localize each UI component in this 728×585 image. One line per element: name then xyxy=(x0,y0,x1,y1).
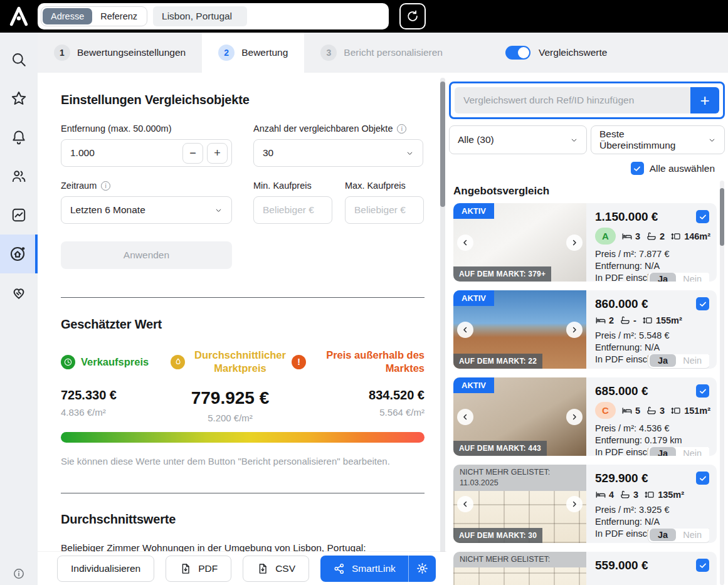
distance-decrease-button[interactable]: − xyxy=(182,143,203,164)
sort-select[interactable]: Beste Übereinstimmung xyxy=(591,125,725,154)
carousel-prev-button[interactable] xyxy=(457,409,473,425)
sale-price-label: Verkaufspreis xyxy=(81,356,149,369)
mode-referenz-button[interactable]: Referenz xyxy=(92,8,145,24)
period-info-icon[interactable]: i xyxy=(101,181,110,191)
sidebar-item-notifications[interactable] xyxy=(0,118,38,157)
include-checkbox[interactable] xyxy=(696,559,709,572)
tab-bewertung[interactable]: 2 Bewertung xyxy=(202,33,304,73)
tab-bewertungseinstellungen[interactable]: 1 Bewertungseinstellungen xyxy=(38,33,202,73)
count-select[interactable]: 30 xyxy=(253,139,423,167)
include-pdf-switch: Ja Nein xyxy=(648,529,709,543)
carousel-prev-button[interactable] xyxy=(457,235,473,251)
sidebar-item-search[interactable] xyxy=(0,40,38,79)
distance-stepper: − + xyxy=(61,139,232,167)
tab-label: Bericht personalisieren xyxy=(344,47,443,58)
nein-option[interactable]: Nein xyxy=(676,273,709,282)
period-select[interactable]: Letzten 6 Monate xyxy=(61,196,232,224)
include-checkbox[interactable] xyxy=(696,472,709,485)
scrollbar-thumb[interactable] xyxy=(440,82,445,207)
include-checkbox[interactable] xyxy=(696,384,709,398)
bed-icon xyxy=(621,405,633,416)
section-divider xyxy=(61,493,425,493)
distance-increase-button[interactable]: + xyxy=(207,143,228,164)
chart-icon xyxy=(11,207,27,223)
distance: Entfernung: N/A xyxy=(595,342,709,352)
mode-adresse-button[interactable]: Adresse xyxy=(43,8,92,24)
days-on-market-badge: AUF DEM MARKT: 379+ xyxy=(453,266,551,282)
app-logo-icon[interactable] xyxy=(0,6,38,27)
status-badge: AKTIV xyxy=(453,203,494,219)
carousel-next-button[interactable] xyxy=(566,235,583,251)
market-price-label: Durchschnittlicher Marktpreis xyxy=(191,349,290,374)
comparable-card: AKTIV AUF DEM MARKT: 379+ 1.150.000 € xyxy=(453,203,717,282)
refresh-button[interactable] xyxy=(399,3,426,29)
add-ref-id-input[interactable] xyxy=(455,87,690,113)
bath-icon xyxy=(646,231,657,242)
csv-export-button[interactable]: CSV xyxy=(243,556,309,582)
min-price-input[interactable] xyxy=(253,196,332,224)
sidebar-item-contacts[interactable] xyxy=(0,157,38,196)
distance: Entfernung: N/A xyxy=(595,517,709,527)
listing-price: 860.000 € xyxy=(595,297,648,311)
info-icon[interactable] xyxy=(0,567,38,580)
carousel-prev-button[interactable] xyxy=(457,322,473,338)
carousel-next-button[interactable] xyxy=(566,496,583,512)
panel-scrollbar-thumb[interactable] xyxy=(720,188,724,246)
toggle-label: Vergleichswerte xyxy=(539,47,607,58)
pdf-export-button[interactable]: PDF xyxy=(166,556,231,582)
distance-input[interactable] xyxy=(70,147,179,159)
panel-scrollbar[interactable] xyxy=(720,181,724,585)
search-icon xyxy=(11,51,27,68)
carousel-prev-button[interactable] xyxy=(457,496,473,512)
filter-select[interactable]: Alle (30) xyxy=(449,125,587,154)
sidebar-item-partners[interactable] xyxy=(0,273,38,312)
smartlink-button[interactable]: SmartLink xyxy=(320,556,436,582)
include-checkbox[interactable] xyxy=(696,297,709,310)
status-badge: AKTIV xyxy=(453,290,494,306)
listing-price: 685.000 € xyxy=(595,384,648,398)
nein-option[interactable]: Nein xyxy=(676,354,709,367)
apply-button[interactable]: Anwenden xyxy=(61,241,232,269)
count-info-icon[interactable]: i xyxy=(397,124,406,134)
ja-option[interactable]: Ja xyxy=(650,354,676,367)
individualize-button[interactable]: Individualisieren xyxy=(57,556,154,582)
nein-option[interactable]: Nein xyxy=(676,447,709,456)
listing-price: 1.150.000 € xyxy=(595,210,658,224)
add-comparable-button[interactable]: + xyxy=(690,87,719,113)
comparable-card: NICHT MEHR GELISTET: 559.000 € xyxy=(453,552,717,585)
max-price-input[interactable] xyxy=(345,196,424,224)
address-search-container: Adresse Referenz xyxy=(38,3,389,29)
energy-rating-badge: C xyxy=(595,402,616,419)
nein-option[interactable]: Nein xyxy=(676,529,709,541)
chevron-down-icon xyxy=(214,206,223,214)
chevron-down-icon xyxy=(708,136,716,144)
tab-bericht-personalisieren[interactable]: 3 Bericht personalisieren xyxy=(304,33,459,73)
include-checkbox[interactable] xyxy=(696,210,709,223)
ja-option[interactable]: Ja xyxy=(650,273,676,282)
price-per-sqm: Preis / m²: 4.536 € xyxy=(595,423,709,433)
property-photo: AKTIV AUF DEM MARKT: 379+ xyxy=(453,203,586,282)
bath-icon xyxy=(620,489,631,500)
main-scrollbar[interactable] xyxy=(439,73,446,585)
days-on-market-badge: AUF DEM MARKT: 22 xyxy=(453,354,542,369)
select-all-checkbox[interactable] xyxy=(631,162,644,175)
vergleichswerte-toggle[interactable] xyxy=(505,46,530,60)
star-icon xyxy=(11,90,27,107)
sidebar-item-favorites[interactable] xyxy=(0,79,38,118)
listing-price: 529.900 € xyxy=(595,472,648,485)
ja-option[interactable]: Ja xyxy=(650,529,676,541)
energy-rating-badge: A xyxy=(595,228,616,245)
sidebar-item-valuation[interactable] xyxy=(0,235,38,273)
carousel-next-button[interactable] xyxy=(566,409,583,425)
bath-icon xyxy=(620,315,631,326)
ja-option[interactable]: Ja xyxy=(650,447,676,456)
smartlink-settings-button[interactable] xyxy=(409,556,436,582)
above-market-per-sqm: 5.564 €/m² xyxy=(379,407,425,418)
sale-price-value: 725.330 € xyxy=(61,388,171,403)
carousel-next-button[interactable] xyxy=(566,322,583,338)
sidebar-item-analytics[interactable] xyxy=(0,196,38,235)
listing-price: 559.000 € xyxy=(595,559,648,572)
address-search-input[interactable] xyxy=(153,6,247,26)
area-icon xyxy=(642,315,653,326)
status-badge: AKTIV xyxy=(453,377,494,393)
